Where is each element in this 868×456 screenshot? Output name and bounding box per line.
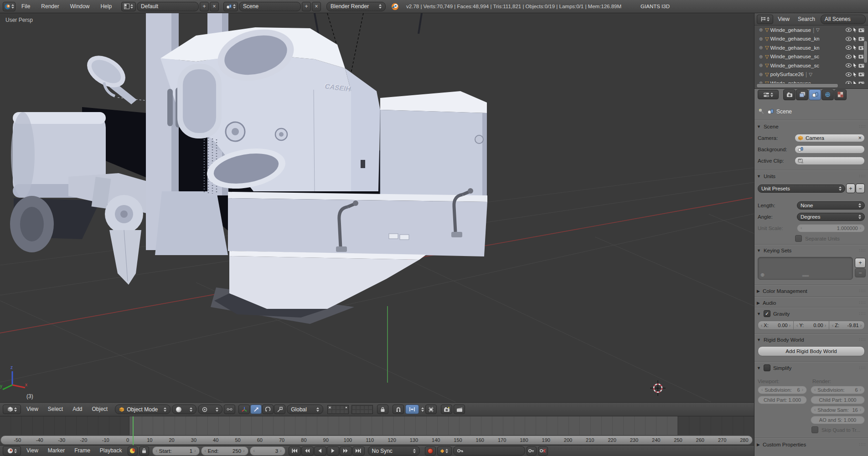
visibility-eye-icon[interactable] (846, 72, 852, 77)
layer-cell[interactable] (356, 405, 360, 410)
separate-units-checkbox[interactable] (795, 235, 802, 242)
gravity-checkbox[interactable]: ✓ (764, 310, 770, 317)
layers-grid-2[interactable] (351, 405, 373, 414)
selectability-cursor-icon[interactable] (853, 45, 857, 50)
unit-presets-select[interactable]: Unit Presets (758, 184, 845, 193)
background-field[interactable] (795, 145, 865, 154)
section-audio[interactable]: ▶Audio∷∷ (757, 299, 866, 307)
expand-icon[interactable]: ⊕ (758, 54, 764, 59)
expand-icon[interactable]: ⊕ (758, 27, 764, 32)
object-name[interactable]: Winde_gehaeuse_schut (770, 63, 819, 68)
section-color-management[interactable]: ▶Color Management∷∷ (757, 287, 866, 295)
expand-icon[interactable]: ⊕ (758, 45, 764, 50)
outliner-menu-view[interactable]: View (774, 14, 793, 25)
outliner-row[interactable]: ⊕▽polySurface26|▽ (754, 70, 864, 79)
manipulator-rotate-button[interactable] (262, 405, 274, 414)
object-name[interactable]: Winde_gehaeuse_knopf (770, 45, 819, 51)
editor-type-select-3dview[interactable] (3, 405, 21, 414)
manipulator-axes-toggle[interactable] (238, 405, 250, 414)
lock-to-scene-toggle[interactable] (377, 405, 388, 414)
renderability-camera-icon[interactable] (858, 63, 864, 68)
pivot-point-select[interactable] (198, 405, 222, 414)
snap-target-select[interactable] (425, 405, 437, 414)
play-reverse-button[interactable] (314, 446, 326, 456)
vp-child-particles-slider[interactable]: Child Part: 1.000 (758, 396, 807, 404)
add-scene-button[interactable]: + (302, 2, 311, 11)
expand-icon[interactable]: ⊕ (758, 36, 764, 41)
current-frame-field[interactable]: ‹3› (250, 446, 285, 456)
outliner-row[interactable]: ⊕▽Winde_gehaeuse_schut (754, 52, 864, 61)
layer-cell[interactable] (360, 405, 364, 410)
editor-type-select-timeline[interactable] (3, 446, 21, 456)
jump-to-end-button[interactable] (352, 446, 365, 456)
outliner-row[interactable]: ⊕▽Winde_gehaeuse|▽ (754, 26, 864, 35)
menu-render[interactable]: Render (36, 0, 64, 13)
outliner-vertical-scrollbar[interactable] (863, 41, 868, 63)
sync-mode-select[interactable]: No Sync (368, 446, 420, 456)
editor-type-select-outliner[interactable] (757, 15, 773, 24)
opengl-render-anim-button[interactable] (454, 405, 465, 414)
vp-subdivision-slider[interactable]: ‹Subdivision: 6› (758, 386, 807, 394)
screen-layout-field[interactable]: Default (137, 2, 199, 11)
angle-select[interactable]: Degrees (797, 213, 865, 221)
mode-select[interactable]: Object Mode (115, 405, 170, 414)
timeline-scrollbar[interactable]: -50-40-30-20-100102030405060708090100110… (0, 436, 753, 445)
object-name[interactable]: Winde_gehaeuse_knopf (770, 36, 819, 41)
layer-cell[interactable] (360, 410, 364, 414)
section-simplify[interactable]: ▼ Simplify∷∷ (757, 364, 866, 372)
expand-icon[interactable]: ⊕ (758, 72, 764, 77)
renderability-camera-icon[interactable] (858, 81, 864, 84)
active-keying-set-field[interactable] (453, 446, 525, 456)
section-custom-properties[interactable]: ▶Custom Properties∷∷ (757, 441, 866, 448)
tab-scene[interactable] (809, 89, 821, 100)
vp-menu-select[interactable]: Select (44, 403, 67, 416)
layer-cell[interactable] (340, 405, 344, 410)
outliner-editor[interactable]: View Search All Scenes ⊕▽Winde_gehaeuse|… (754, 13, 868, 89)
selectability-cursor-icon[interactable] (853, 63, 857, 68)
scene-browse-button[interactable] (223, 2, 238, 11)
delete-keyframes-button[interactable] (538, 446, 548, 456)
layer-cell[interactable] (328, 410, 332, 414)
active-clip-field[interactable] (795, 157, 865, 165)
tab-world[interactable] (822, 89, 834, 100)
layer-cell[interactable] (352, 410, 356, 414)
app-menu-button[interactable] (3, 2, 16, 11)
layer-cell[interactable] (344, 405, 348, 410)
object-name[interactable]: Winde_gehaeuse (770, 27, 811, 33)
visibility-eye-icon[interactable] (846, 46, 852, 50)
section-units[interactable]: ▼Units∷∷ (757, 172, 866, 180)
tl-menu-marker[interactable]: Marker (44, 446, 69, 456)
renderability-camera-icon[interactable] (858, 72, 864, 77)
selectability-cursor-icon[interactable] (853, 54, 857, 59)
gravity-x-field[interactable]: ‹X: 0.00› (758, 321, 794, 329)
r-shadow-samples-slider[interactable]: ‹Shadow Sam: 16› (811, 406, 865, 414)
selectability-cursor-icon[interactable] (853, 36, 857, 41)
section-rigid-body-world[interactable]: ▼Rigid Body World∷∷ (757, 336, 866, 343)
visibility-eye-icon[interactable] (846, 28, 852, 32)
r-ao-sss-slider[interactable]: AO and S: 1.000 (811, 416, 865, 424)
visibility-eye-icon[interactable] (846, 37, 852, 41)
snap-element-select[interactable] (405, 405, 419, 414)
visibility-eye-icon[interactable] (846, 81, 852, 84)
renderability-camera-icon[interactable] (858, 28, 864, 32)
properties-editor[interactable]: Scene ▼Scene∷∷ Camera: Camera × Backgrou… (754, 89, 868, 456)
screen-layout-browse-button[interactable] (121, 2, 136, 11)
layer-cell[interactable] (336, 410, 340, 414)
menu-window[interactable]: Window (65, 0, 95, 13)
visibility-eye-icon[interactable] (846, 63, 852, 67)
snap-element-arrows[interactable] (421, 407, 424, 412)
simplify-checkbox[interactable] (764, 364, 770, 371)
tl-menu-frame[interactable]: Frame (70, 446, 94, 456)
outliner-horizontal-scrollbar[interactable] (756, 83, 838, 88)
close-scene-button[interactable]: × (312, 2, 321, 11)
camera-clear-icon[interactable]: × (858, 134, 862, 141)
add-keying-set-button[interactable]: + (855, 258, 866, 268)
layer-cell[interactable] (368, 410, 372, 414)
layer-cell[interactable] (336, 405, 340, 410)
layer-cell[interactable] (332, 405, 336, 410)
auto-keyframe-record-button[interactable] (425, 446, 436, 456)
outliner-menu-search[interactable]: Search (794, 14, 819, 25)
keying-sets-list[interactable]: ⊕ ══ (758, 257, 853, 280)
close-screen-layout-button[interactable]: × (210, 2, 219, 11)
add-rigid-body-world-button[interactable]: Add Rigid Body World (758, 346, 865, 356)
